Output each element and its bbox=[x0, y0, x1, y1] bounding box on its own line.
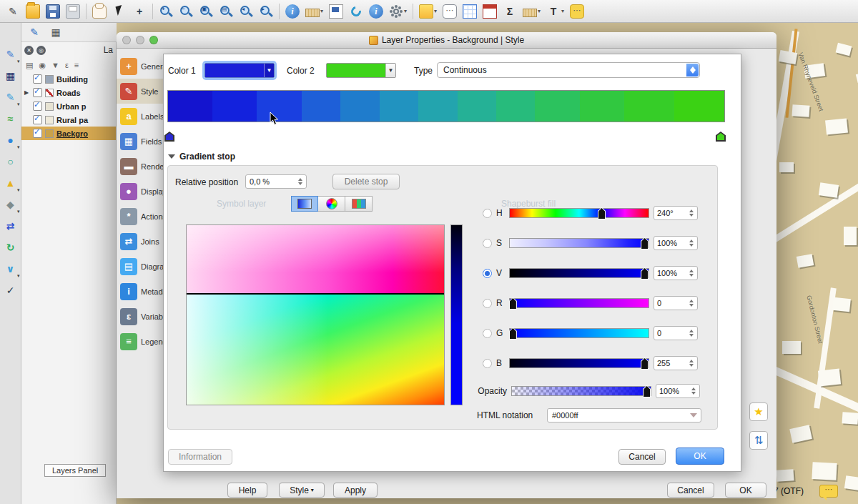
label-text-icon[interactable]: T▾ bbox=[546, 4, 564, 19]
zoom-full-icon[interactable]: ▣ bbox=[199, 4, 213, 19]
tab-fields[interactable]: ▦Fields bbox=[117, 129, 163, 154]
spinner-arrows-icon[interactable] bbox=[687, 330, 697, 337]
red-slider[interactable] bbox=[509, 298, 649, 308]
spinner-arrows-icon[interactable] bbox=[687, 360, 697, 367]
swatches-tab[interactable] bbox=[345, 196, 373, 212]
slider-handle[interactable] bbox=[643, 385, 651, 397]
refresh-icon[interactable] bbox=[349, 4, 363, 19]
layer-checkbox[interactable] bbox=[33, 74, 42, 84]
save-project-icon[interactable] bbox=[46, 4, 60, 19]
slider-handle[interactable] bbox=[641, 237, 649, 249]
saturation-slider[interactable] bbox=[509, 238, 649, 248]
tab-rendering[interactable]: ▬Rendering bbox=[117, 154, 163, 179]
open-project-folder-icon[interactable] bbox=[26, 4, 40, 19]
pan-hand-icon[interactable] bbox=[92, 4, 107, 19]
topology-check-icon[interactable]: ↻ bbox=[4, 240, 18, 255]
color2-swatch-button[interactable]: ▼ bbox=[326, 63, 396, 78]
line-edit-icon[interactable]: ✎▾ bbox=[4, 90, 18, 104]
color-plane-picker[interactable] bbox=[186, 224, 445, 405]
raster-pattern-icon[interactable]: ▦ bbox=[4, 69, 18, 83]
spinner-arrows-icon[interactable] bbox=[296, 178, 306, 185]
map-tips-bubble-icon[interactable] bbox=[570, 4, 584, 19]
color-wheel-tab[interactable] bbox=[318, 196, 345, 212]
slider-handle[interactable] bbox=[509, 327, 517, 340]
calendar-icon[interactable] bbox=[483, 4, 497, 19]
tab-general[interactable]: +General bbox=[117, 54, 163, 79]
combo-stepper-icon[interactable] bbox=[686, 64, 699, 76]
add-group-icon[interactable]: ▤ bbox=[26, 61, 33, 70]
color1-dropdown-arrow-icon[interactable]: ▼ bbox=[264, 64, 274, 77]
map-tip-bubble-icon[interactable] bbox=[819, 485, 838, 498]
slider-handle[interactable] bbox=[641, 357, 649, 370]
zoom-out-icon[interactable]: − bbox=[179, 4, 193, 19]
layer-label[interactable]: Rural pa bbox=[56, 116, 88, 124]
hue-radio[interactable] bbox=[483, 209, 492, 218]
dropdown-arrow-icon[interactable]: ▾ bbox=[561, 8, 564, 14]
slider-handle[interactable] bbox=[509, 297, 517, 310]
gradient-picker-tab[interactable] bbox=[291, 196, 318, 212]
apply-button[interactable]: Apply bbox=[333, 483, 378, 498]
measure-icon[interactable]: ▾ bbox=[305, 6, 323, 17]
advanced-digitize-icon[interactable]: ▦ bbox=[49, 25, 63, 39]
print-composer-icon[interactable] bbox=[66, 4, 80, 19]
dropdown-arrow-icon[interactable]: ▾ bbox=[434, 8, 437, 14]
green-spinbox[interactable]: 0 bbox=[654, 326, 698, 340]
color2-dropdown-arrow-icon[interactable]: ▼ bbox=[385, 64, 395, 77]
green-slider[interactable] bbox=[509, 328, 649, 338]
value-slider[interactable] bbox=[509, 268, 649, 278]
dropdown-arrow-icon[interactable]: ▾ bbox=[17, 273, 20, 279]
vertex-edit-icon[interactable]: ≈ bbox=[4, 112, 18, 126]
spinner-arrows-icon[interactable] bbox=[687, 239, 697, 247]
dropdown-arrow-icon[interactable]: ▾ bbox=[17, 187, 20, 193]
geoprocessing-globe-icon[interactable]: ●▾ bbox=[4, 133, 18, 147]
information-button[interactable]: Information bbox=[168, 449, 232, 465]
slider-handle[interactable] bbox=[641, 267, 649, 280]
expand-arrow-icon[interactable]: ▶ bbox=[24, 89, 30, 96]
blue-spinbox[interactable]: 255 bbox=[654, 356, 698, 370]
identify-icon[interactable] bbox=[285, 4, 300, 19]
dropdown-arrow-icon[interactable]: ▾ bbox=[17, 102, 20, 107]
layer-label[interactable]: Urban p bbox=[56, 102, 87, 111]
tab-labels[interactable]: aLabels bbox=[117, 104, 163, 129]
slider-handle[interactable] bbox=[598, 207, 606, 219]
type-combobox[interactable]: Continuous bbox=[437, 62, 700, 78]
red-spinbox[interactable]: 0 bbox=[654, 296, 698, 310]
label-tools-icon[interactable]: ▲▾ bbox=[4, 176, 18, 190]
dropdown-arrow-icon[interactable]: ▾ bbox=[17, 59, 20, 64]
spinner-arrows-icon[interactable] bbox=[687, 209, 697, 217]
layer-label[interactable]: Building bbox=[56, 75, 88, 84]
zoom-next-icon[interactable]: ▸ bbox=[259, 4, 273, 19]
layer-label[interactable]: Backgro bbox=[56, 129, 88, 138]
point-tools-icon[interactable]: ◆▾ bbox=[4, 197, 18, 212]
relative-position-spinbox[interactable]: 0,0 % bbox=[245, 174, 307, 189]
blue-slider[interactable] bbox=[509, 358, 649, 368]
gradient-stop-marker-end[interactable] bbox=[716, 132, 726, 142]
move-feature-icon[interactable]: ⇄ bbox=[4, 219, 18, 233]
annotation-icon[interactable] bbox=[443, 4, 457, 19]
tab-joins[interactable]: ⇄Joins bbox=[117, 229, 163, 254]
layer-label[interactable]: Roads bbox=[56, 89, 81, 97]
color-swatch-icon[interactable]: ▾ bbox=[419, 4, 437, 19]
dropdown-arrow-icon[interactable]: ▾ bbox=[17, 209, 20, 214]
opacity-spinbox[interactable]: 100% bbox=[656, 384, 700, 398]
color1-swatch-button[interactable]: ▼ bbox=[204, 63, 275, 78]
route-path-icon[interactable]: ✓ bbox=[4, 283, 18, 297]
sort-order-button[interactable]: ⇅ bbox=[749, 431, 768, 450]
saturation-radio[interactable] bbox=[483, 239, 492, 248]
gradient-preview[interactable] bbox=[167, 90, 725, 122]
zoom-in-icon[interactable]: + bbox=[159, 4, 173, 19]
color-plane-selection-line[interactable] bbox=[187, 293, 444, 295]
value-slider-vertical[interactable] bbox=[450, 224, 463, 405]
value-spinbox[interactable]: 100% bbox=[654, 266, 698, 280]
favorites-star-button[interactable]: ★ bbox=[749, 402, 768, 421]
metadata-info-icon[interactable] bbox=[369, 4, 383, 19]
remove-layer-icon[interactable]: ≡ bbox=[74, 61, 79, 69]
ruler-icon[interactable]: ▾ bbox=[523, 6, 541, 17]
tab-variables[interactable]: εVariables bbox=[117, 304, 163, 329]
value-radio[interactable] bbox=[483, 269, 492, 278]
tab-diagrams[interactable]: ▤Diagrams bbox=[117, 254, 163, 279]
expand-collapse-icon[interactable]: ε bbox=[65, 61, 69, 69]
pan-arrows-icon[interactable]: + bbox=[132, 4, 147, 19]
dropdown-arrow-icon[interactable]: ▾ bbox=[404, 8, 407, 14]
settings-gear-icon[interactable]: ▾ bbox=[389, 4, 407, 19]
